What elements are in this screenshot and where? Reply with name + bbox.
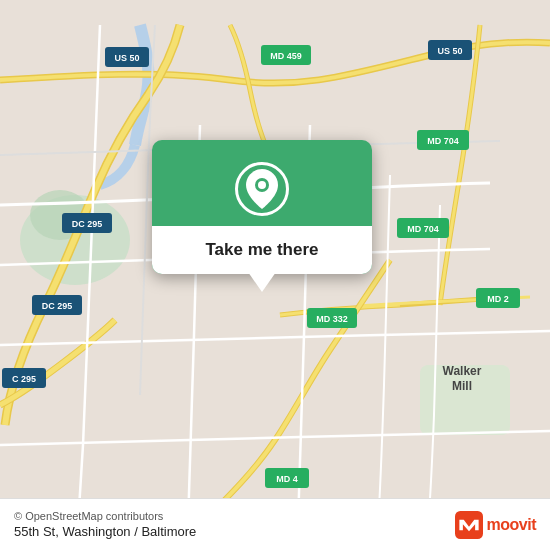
take-me-there-button[interactable]: Take me there [152,226,372,274]
popup-card: Take me there [152,140,372,274]
location-label: 55th St, Washington / Baltimore [14,524,196,539]
svg-text:Mill: Mill [452,379,472,393]
moovit-logo: moovit [455,511,536,539]
popup-icon-area [152,140,372,226]
svg-text:MD 704: MD 704 [427,136,459,146]
osm-credit: © OpenStreetMap contributors [14,510,196,522]
svg-text:US 50: US 50 [437,46,462,56]
svg-text:MD 459: MD 459 [270,51,302,61]
svg-point-30 [258,181,266,189]
svg-text:Walker: Walker [443,364,482,378]
svg-text:US 50: US 50 [114,53,139,63]
svg-text:MD 4: MD 4 [276,474,298,484]
svg-rect-31 [455,511,483,539]
moovit-icon [455,511,483,539]
svg-text:DC 295: DC 295 [72,219,103,229]
popup-tail [248,272,276,292]
svg-text:MD 2: MD 2 [487,294,509,304]
svg-text:C 295: C 295 [12,374,36,384]
bottom-bar: © OpenStreetMap contributors 55th St, Wa… [0,498,550,550]
moovit-text: moovit [487,516,536,534]
svg-text:MD 332: MD 332 [316,314,348,324]
location-pin-icon [235,162,289,216]
map-container: US 50 US 50 MD 459 MD 704 MD 704 DC 2 DC… [0,0,550,550]
svg-text:DC 295: DC 295 [42,301,73,311]
svg-text:MD 704: MD 704 [407,224,439,234]
